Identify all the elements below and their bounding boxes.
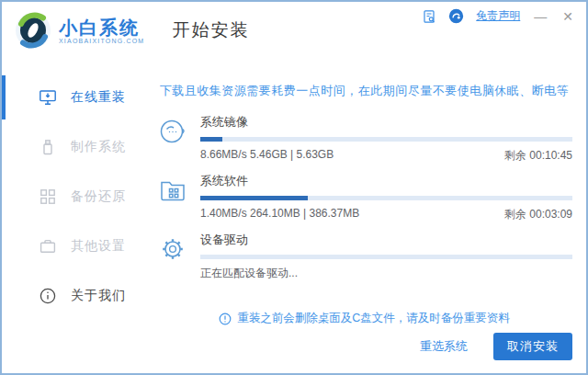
sidebar-item-backup-restore[interactable]: 备份还原 [2, 172, 149, 222]
logo-text: 小白系统 XIAOBAIXITONG.COM [59, 17, 144, 44]
backup-note: 重装之前会删除桌面及C盘文件，请及时备份重要资料 [156, 311, 572, 326]
support-icon[interactable] [448, 8, 464, 24]
logo-swirl-icon [15, 12, 51, 49]
task-status-text: 正在匹配设备驱动... [200, 266, 298, 281]
task-system-software: 系统软件 1.40MB/s 264.10MB | 386.37MB 剩余 00:… [156, 173, 572, 222]
usb-drive-icon [39, 138, 57, 156]
backup-note-text: 重装之前会删除桌面及C盘文件，请及时备份重要资料 [237, 311, 510, 326]
footer-actions: 重选系统 取消安装 [156, 333, 572, 364]
minimize-button[interactable]: — [532, 9, 548, 24]
sidebar: 在线重装 制作系统 [2, 59, 149, 373]
header: 小白系统 XIAOBAIXITONG.COM 开始安装 [2, 2, 586, 59]
logo-title: 小白系统 [59, 17, 144, 38]
close-button[interactable]: ✕ [560, 9, 575, 24]
download-warning-text: 下载且收集资源需要耗费一点时间，在此期间尽量不要使电脑休眠、断电等 [156, 83, 572, 99]
task-system-image: 系统镜像 8.66MB/s 5.46GB | 5.63GB 剩余 00:10:4… [156, 114, 572, 164]
sidebar-item-label: 备份还原 [71, 188, 126, 205]
install-panel: 下载且收集资源需要耗费一点时间，在此期间尽量不要使电脑休眠、断电等 系统镜像 [149, 59, 586, 373]
task-title: 系统镜像 [200, 114, 572, 131]
progress-fill [200, 196, 308, 200]
agreement-doc-icon[interactable] [422, 9, 436, 24]
app-window: 小白系统 XIAOBAIXITONG.COM 开始安装 [0, 0, 588, 375]
task-remaining-time: 剩余 00:03:09 [504, 207, 572, 222]
cancel-install-button[interactable]: 取消安装 [493, 333, 572, 360]
task-title: 系统软件 [200, 173, 572, 189]
sidebar-item-label: 在线重装 [71, 89, 126, 106]
sidebar-item-make-system[interactable]: 制作系统 [2, 122, 149, 172]
task-remaining-time: 剩余 00:10:45 [504, 148, 572, 164]
task-speed-size: 1.40MB/s 264.10MB | 386.37MB [200, 207, 359, 222]
progress-bar [200, 137, 572, 142]
backup-grid-icon [39, 188, 57, 206]
task-device-driver: 设备驱动 正在匹配设备驱动... [156, 232, 572, 281]
sidebar-item-online-reinstall[interactable]: 在线重装 [2, 73, 149, 122]
task-speed-size: 8.66MB/s 5.46GB | 5.63GB [200, 148, 334, 164]
sidebar-item-label: 制作系统 [71, 139, 126, 155]
progress-bar [200, 255, 572, 259]
progress-bar [200, 196, 572, 200]
mascot-face-icon [156, 114, 189, 164]
sidebar-item-label: 关于我们 [71, 288, 126, 304]
disclaimer-link[interactable]: 免责声明 [476, 8, 520, 24]
monitor-download-icon [39, 88, 57, 107]
sidebar-item-label: 其他设置 [71, 238, 126, 255]
reselect-system-link[interactable]: 重选系统 [420, 338, 468, 355]
page-title: 开始安装 [172, 18, 249, 42]
progress-fill [200, 137, 222, 142]
briefcase-icon [39, 237, 57, 256]
sidebar-item-other-settings[interactable]: 其他设置 [2, 222, 149, 271]
info-circle-icon [39, 287, 57, 305]
task-title: 设备驱动 [200, 232, 572, 248]
logo-subtitle: XIAOBAIXITONG.COM [59, 38, 144, 44]
folder-apps-icon [156, 173, 189, 222]
exclamation-circle-icon [219, 312, 232, 325]
app-logo: 小白系统 XIAOBAIXITONG.COM [15, 12, 144, 49]
gear-icon [156, 232, 189, 281]
sidebar-item-about-us[interactable]: 关于我们 [2, 271, 149, 321]
